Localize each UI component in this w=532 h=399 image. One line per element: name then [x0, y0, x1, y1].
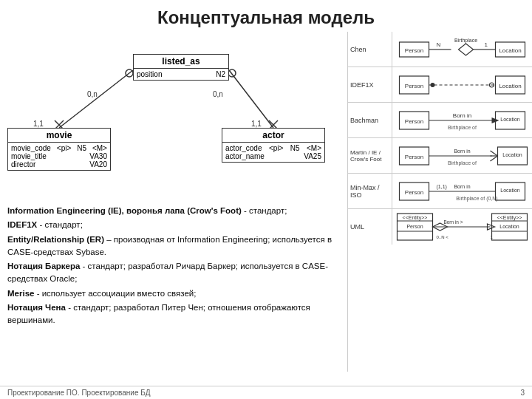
- movie-code-pi: <pi>: [57, 144, 71, 152]
- movie-title-label: movie_title: [11, 152, 47, 160]
- svg-point-2: [126, 69, 133, 77]
- footer: Проектирование ПО. Проектирование БД 3: [0, 386, 532, 399]
- right-notation-area: Chen Person N 1 Location Birthplace: [347, 32, 532, 372]
- movie-code-n5: N5: [77, 144, 86, 152]
- notation-idef1x: IDEF1X Person Location: [348, 67, 532, 103]
- notation-chen: Chen Person N 1 Location Birthplace: [348, 32, 532, 67]
- svg-text:(1,1): (1,1): [437, 184, 447, 190]
- crowsfoot-diagram: Person Born in Location Birthplace of: [392, 138, 532, 173]
- director-label: director: [11, 160, 35, 168]
- svg-text:Born in: Born in: [454, 184, 470, 189]
- svg-text:Birthplace of: Birthplace of: [448, 160, 477, 166]
- uml-label: UML: [348, 209, 392, 245]
- svg-text:0,n: 0,n: [213, 90, 223, 98]
- actor-box: actor actor_code <pi> N5 <M> actor_name …: [222, 128, 325, 163]
- svg-text:Location: Location: [499, 47, 521, 54]
- uml-svg: <<Entity>> Person Born in > 0..N < <<Ent…: [392, 211, 532, 243]
- position-value: N2: [216, 70, 225, 78]
- text-er: Entity/Relationship (ER) – производная о…: [7, 233, 340, 259]
- idef1x-label: IDEF1X: [348, 67, 392, 102]
- svg-point-25: [431, 83, 435, 87]
- actor-name-val: VA25: [304, 152, 321, 160]
- footer-right: 3: [520, 389, 525, 397]
- svg-line-1: [229, 70, 273, 128]
- svg-text:Birthplace: Birthplace: [454, 38, 477, 44]
- notation-uml: UML <<Entity>> Person Born in >: [348, 209, 532, 245]
- minmax-svg: Person (1,1) Born in Birthplace of (0,N)…: [392, 175, 532, 208]
- movie-code-m: <M>: [92, 144, 107, 152]
- left-area: 0,n 0,n 1,1 1,1 listed_as position N2 mo…: [0, 32, 347, 372]
- minmax-label: Min-Max / ISO: [348, 174, 392, 208]
- notation-minmax: Min-Max / ISO Person (1,1) Born in Birth…: [348, 174, 532, 209]
- text-chen: Нотация Чена - стандарт; разработал Пите…: [7, 301, 340, 327]
- svg-marker-16: [459, 44, 474, 55]
- actor-body: actor_code <pi> N5 <M> actor_name VA25: [222, 143, 324, 162]
- svg-text:Location: Location: [499, 224, 519, 229]
- movie-code-label: movie_code: [11, 144, 51, 152]
- bachman-svg: Person Born in Location Birthplace of: [392, 104, 532, 137]
- bachman-diagram: Person Born in Location Birthplace of: [392, 103, 532, 137]
- svg-text:0..N <: 0..N <: [437, 235, 449, 239]
- svg-text:Person: Person: [405, 118, 423, 125]
- crowsfoot-svg: Person Born in Location Birthplace of: [392, 140, 532, 172]
- svg-text:Person: Person: [405, 154, 423, 160]
- chen-label: Chen: [348, 32, 392, 66]
- text-barker: Нотация Баркера - стандарт; разработал Р…: [7, 260, 340, 286]
- actor-header: actor: [222, 129, 324, 143]
- listed-as-header: listed_as: [134, 55, 228, 69]
- movie-body: movie_code <pi> N5 <M> movie_title VA30 …: [8, 143, 110, 170]
- idef1x-diagram: Person Location: [392, 67, 532, 102]
- position-label: position: [137, 70, 162, 78]
- svg-text:0,n: 0,n: [87, 90, 98, 98]
- text-merise: Merise - использует ассоциации вместо св…: [7, 287, 340, 300]
- svg-text:Location: Location: [500, 117, 520, 122]
- chen-svg: Person N 1 Location Birthplace: [392, 33, 532, 66]
- svg-text:1: 1: [491, 235, 494, 239]
- actor-code-m: <M>: [307, 144, 321, 152]
- svg-point-3: [228, 69, 236, 77]
- text-ie: Information Engineering (IE), воронья ла…: [7, 205, 340, 217]
- actor-code-n5: N5: [290, 144, 300, 152]
- svg-text:Born in: Born in: [454, 149, 470, 154]
- actor-code-pi: <pi>: [269, 144, 283, 152]
- svg-text:Location: Location: [502, 152, 522, 157]
- page-title: Концептуальная модель: [0, 0, 532, 32]
- svg-text:<<Entity>>: <<Entity>>: [497, 215, 522, 221]
- actor-code-label: actor_code: [225, 144, 262, 152]
- svg-text:1: 1: [485, 41, 488, 48]
- description-text: Information Engineering (IE), воронья ла…: [0, 202, 347, 331]
- svg-line-0: [59, 70, 133, 128]
- notation-crowsfoot: Martin / IE / Crow's Foot Person Born in…: [348, 138, 532, 174]
- idef1x-svg: Person Location: [392, 69, 532, 101]
- bachman-label: Bachman: [348, 103, 392, 137]
- movie-box: movie movie_code <pi> N5 <M> movie_title…: [7, 128, 111, 171]
- notation-bachman: Bachman Person Born in Location Birthpla…: [348, 103, 532, 138]
- svg-text:Born in: Born in: [453, 112, 471, 119]
- svg-line-41: [491, 156, 498, 161]
- svg-line-40: [491, 151, 498, 156]
- svg-text:Location: Location: [500, 188, 520, 193]
- svg-text:Born in >: Born in >: [443, 219, 463, 225]
- svg-text:N: N: [437, 41, 441, 48]
- svg-text:1,1: 1,1: [251, 120, 262, 128]
- svg-text:Person: Person: [405, 83, 423, 89]
- svg-text:Birthplace of (0,N): Birthplace of (0,N): [456, 196, 497, 202]
- svg-text:Person: Person: [406, 224, 423, 229]
- svg-text:Location: Location: [499, 83, 521, 89]
- director-val: VA20: [89, 160, 107, 168]
- movie-title-val: VA30: [89, 152, 107, 160]
- actor-name-label: actor_name: [225, 152, 265, 160]
- text-idef1x: IDEF1X - стандарт;: [7, 219, 340, 231]
- svg-text:Birthplace of: Birthplace of: [448, 125, 477, 131]
- movie-header: movie: [8, 129, 110, 143]
- chen-diagram: Person N 1 Location Birthplace: [392, 32, 532, 66]
- footer-left: Проектирование ПО. Проектирование БД: [7, 389, 151, 397]
- er-diagram: 0,n 0,n 1,1 1,1 listed_as position N2 mo…: [0, 32, 347, 202]
- listed-as-box: listed_as position N2: [133, 54, 229, 81]
- crowsfoot-label: Martin / IE / Crow's Foot: [348, 138, 392, 173]
- svg-text:<<Entity>>: <<Entity>>: [403, 215, 428, 221]
- uml-diagram: <<Entity>> Person Born in > 0..N < <<Ent…: [392, 209, 532, 245]
- minmax-diagram: Person (1,1) Born in Birthplace of (0,N)…: [392, 174, 532, 208]
- listed-as-body: position N2: [134, 69, 228, 80]
- svg-text:Person: Person: [405, 47, 423, 54]
